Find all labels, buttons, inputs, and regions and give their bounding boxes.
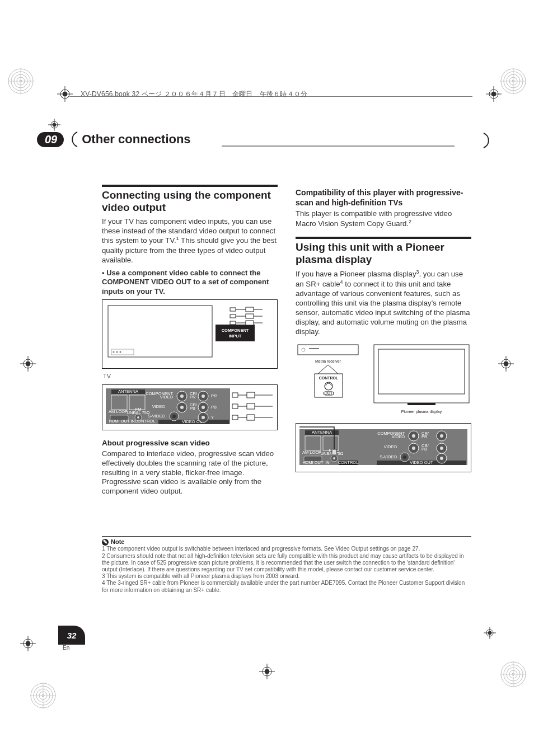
svg-text:VIDEO: VIDEO bbox=[160, 395, 174, 400]
bullet-paragraph: • Use a component video cable to connect… bbox=[102, 269, 278, 297]
svg-text:PB: PB bbox=[421, 447, 427, 452]
figure-backpanel-control: ANTENNA AM LOOP FM UNBAL 75Ω HDMI OUT IN… bbox=[296, 423, 471, 472]
text: If you have a Pioneer plasma display bbox=[296, 270, 416, 278]
tv-diagram-svg: COMPONENT INPUT bbox=[106, 303, 274, 359]
registration-mark-icon bbox=[20, 636, 36, 651]
svg-point-64 bbox=[116, 351, 118, 353]
svg-rect-119 bbox=[247, 392, 255, 398]
svg-rect-140 bbox=[378, 349, 465, 394]
content-columns: Connecting using the component video out… bbox=[102, 185, 471, 500]
svg-rect-131 bbox=[309, 348, 319, 349]
figure-tv-diagram: COMPONENT INPUT bbox=[102, 299, 278, 369]
svg-text:S-VIDEO: S-VIDEO bbox=[380, 454, 397, 459]
svg-text:VIDEO: VIDEO bbox=[152, 404, 166, 409]
svg-rect-77 bbox=[246, 321, 254, 325]
svg-point-103 bbox=[172, 415, 176, 418]
paragraph: If your TV has component video inputs, y… bbox=[102, 217, 278, 265]
svg-point-153 bbox=[333, 457, 335, 459]
svg-point-101 bbox=[180, 406, 184, 409]
note-heading: ✎ Note bbox=[102, 536, 471, 546]
svg-point-65 bbox=[120, 351, 121, 353]
svg-line-133 bbox=[328, 365, 338, 374]
footnotes: ✎ Note 1 The component video output is s… bbox=[102, 536, 471, 594]
heading-pioneer-plasma: Using this unit with a Pioneer plasma di… bbox=[296, 237, 471, 266]
figure-label-tv: TV bbox=[103, 372, 278, 380]
svg-text:AM LOOP: AM LOOP bbox=[302, 450, 321, 455]
svg-rect-71 bbox=[230, 314, 236, 318]
svg-text:VIDEO: VIDEO bbox=[392, 434, 405, 439]
heading-connecting: Connecting using the component video out… bbox=[102, 185, 278, 214]
svg-text:CONTROL: CONTROL bbox=[338, 460, 359, 465]
svg-text:ANTENNA: ANTENNA bbox=[312, 430, 332, 435]
paragraph: Compared to interlace video, progressive… bbox=[102, 449, 278, 496]
svg-point-99 bbox=[180, 395, 184, 398]
footnote-3: 3 This system is compatible with all Pio… bbox=[102, 573, 471, 580]
svg-text:PR: PR bbox=[211, 393, 217, 398]
svg-text:IN: IN bbox=[325, 460, 330, 465]
chapter-underline bbox=[37, 131, 462, 148]
registration-mark-icon bbox=[259, 664, 275, 679]
svg-point-168 bbox=[412, 447, 415, 450]
svg-rect-123 bbox=[247, 403, 255, 409]
ring-decoration bbox=[500, 661, 526, 687]
svg-point-176 bbox=[440, 447, 443, 450]
fig-text-component: COMPONENT bbox=[222, 328, 249, 333]
left-column: Connecting using the component video out… bbox=[102, 185, 278, 500]
ring-decoration bbox=[30, 683, 56, 708]
svg-rect-62 bbox=[111, 349, 134, 355]
book-header-line: XV-DV656.book 32 ページ ２００６年４月７日 金曜日 午後６時４… bbox=[81, 90, 307, 99]
svg-text:PR: PR bbox=[421, 434, 428, 439]
right-column: Compatibility of this player with progre… bbox=[296, 185, 471, 500]
svg-point-172 bbox=[403, 456, 406, 459]
svg-rect-125 bbox=[232, 415, 238, 420]
ring-decoration bbox=[8, 68, 34, 94]
svg-point-109 bbox=[202, 395, 205, 398]
paragraph: This player is compatible with progressi… bbox=[296, 209, 471, 229]
svg-text:IN: IN bbox=[130, 419, 135, 424]
svg-point-115 bbox=[202, 416, 205, 419]
svg-rect-117 bbox=[232, 393, 238, 397]
bracket-right-icon bbox=[483, 132, 498, 151]
heading-about-progressive: About progressive scan video bbox=[102, 438, 278, 448]
svg-point-164 bbox=[412, 434, 415, 438]
svg-line-132 bbox=[318, 365, 328, 374]
figure-media-plasma: Media receiver CONTROL OUT Pioneer plasm… bbox=[296, 341, 471, 420]
svg-point-178 bbox=[440, 457, 443, 460]
svg-point-112 bbox=[202, 406, 205, 409]
svg-text:CONTROL: CONTROL bbox=[135, 419, 156, 424]
svg-rect-127 bbox=[247, 415, 255, 420]
svg-point-174 bbox=[440, 434, 443, 438]
registration-mark-icon bbox=[484, 627, 499, 642]
svg-rect-129 bbox=[298, 345, 358, 355]
page-language: En bbox=[63, 645, 69, 651]
text: This player is compatible with progressi… bbox=[296, 209, 452, 228]
note-title-text: Note bbox=[111, 538, 124, 546]
svg-text:VIDEO  OUT: VIDEO OUT bbox=[410, 460, 433, 465]
fig-text-input: INPUT bbox=[229, 334, 242, 339]
page-number-badge: 32 bbox=[58, 626, 85, 645]
backpanel-control-svg: ANTENNA AM LOOP FM UNBAL 75Ω HDMI OUT IN… bbox=[298, 426, 470, 467]
svg-rect-75 bbox=[230, 321, 236, 325]
footnote-ref: 2 bbox=[409, 219, 411, 224]
svg-text:OUT: OUT bbox=[325, 391, 334, 395]
svg-rect-66 bbox=[216, 325, 255, 341]
svg-text:AM LOOP: AM LOOP bbox=[109, 409, 128, 414]
registration-mark-icon bbox=[498, 356, 514, 372]
svg-rect-141 bbox=[407, 403, 435, 405]
note-icon: ✎ bbox=[102, 539, 109, 546]
svg-text:HDMI OUT: HDMI OUT bbox=[302, 460, 323, 465]
ring-decoration bbox=[500, 68, 526, 94]
svg-rect-67 bbox=[230, 308, 236, 311]
svg-rect-69 bbox=[246, 307, 254, 312]
svg-rect-121 bbox=[232, 404, 238, 408]
svg-rect-73 bbox=[246, 314, 254, 318]
svg-text:PB: PB bbox=[190, 406, 195, 411]
paragraph: If you have a Pioneer plasma display3, y… bbox=[296, 269, 471, 337]
svg-text:Y: Y bbox=[211, 415, 214, 420]
svg-text:HDMI OUT: HDMI OUT bbox=[109, 419, 129, 424]
label-antenna: ANTENNA bbox=[118, 389, 138, 394]
heading-compatibility: Compatibility of this player with progre… bbox=[296, 188, 471, 208]
registration-mark-icon bbox=[486, 86, 502, 102]
fig-text-media-receiver: Media receiver bbox=[315, 359, 341, 363]
svg-text:VIDEO: VIDEO bbox=[384, 444, 397, 449]
